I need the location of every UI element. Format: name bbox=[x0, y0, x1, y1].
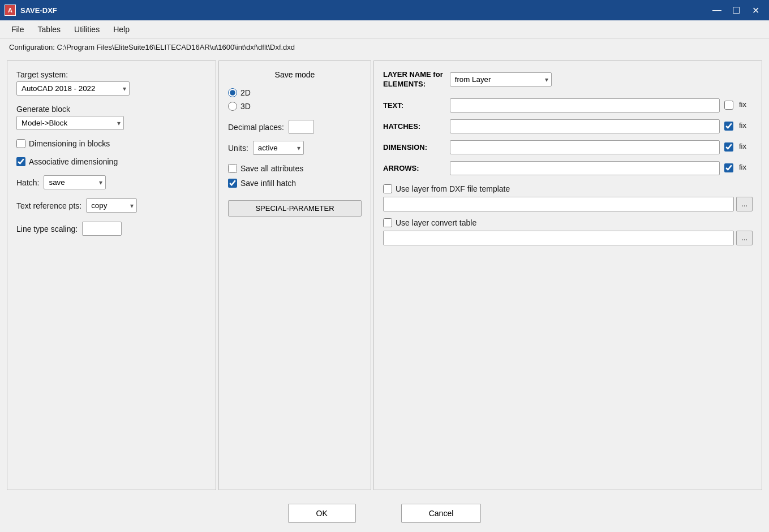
hatches-element-row: HATCHES: HATCH fix bbox=[383, 119, 753, 133]
arrows-fix-wrapper: fix bbox=[724, 163, 753, 174]
dimensioning-in-blocks-group: Dimensioning in blocks bbox=[16, 139, 207, 148]
layer-name-label-line2: ELEMENTS: bbox=[383, 80, 426, 88]
layer-name-label-line1: LAYER NAME for bbox=[383, 70, 443, 79]
line-type-label: Line type scaling: bbox=[16, 224, 78, 233]
layer-convert-group: Use layer convert table ... bbox=[383, 218, 753, 245]
bottom-bar: OK Cancel bbox=[0, 495, 769, 532]
ok-button[interactable]: OK bbox=[288, 504, 356, 523]
cancel-button[interactable]: Cancel bbox=[401, 504, 482, 523]
radio-3d[interactable] bbox=[228, 102, 237, 111]
dimensioning-in-blocks-checkbox[interactable] bbox=[16, 139, 25, 148]
layer-name-row: LAYER NAME for ELEMENTS: from Layer from… bbox=[383, 70, 753, 89]
config-bar: Configuration: C:\Program Files\EliteSui… bbox=[0, 38, 769, 56]
text-ref-select-wrapper: copy center none bbox=[86, 198, 137, 213]
close-button[interactable]: ✕ bbox=[746, 2, 764, 18]
right-panel: LAYER NAME for ELEMENTS: from Layer from… bbox=[373, 60, 762, 490]
special-parameter-button[interactable]: SPECIAL-PARAMETER bbox=[228, 200, 362, 217]
menu-utilities[interactable]: Utilities bbox=[67, 23, 106, 36]
text-fix-checkbox[interactable] bbox=[724, 101, 733, 110]
use-layer-convert-checkbox[interactable] bbox=[383, 218, 392, 227]
layer-convert-input[interactable] bbox=[383, 231, 734, 245]
radio-2d[interactable] bbox=[228, 88, 237, 97]
layer-template-input[interactable] bbox=[383, 197, 734, 211]
dimensioning-in-blocks-row: Dimensioning in blocks bbox=[16, 139, 207, 148]
arrows-element-label: ARROWS: bbox=[383, 164, 445, 172]
config-path: Configuration: C:\Program Files\EliteSui… bbox=[9, 43, 295, 51]
text-element-input[interactable]: AS ELEMENTS bbox=[450, 98, 720, 113]
title-bar: A SAVE-DXF — ☐ ✕ bbox=[0, 0, 769, 20]
save-infill-hatch-label: Save infill hatch bbox=[240, 179, 296, 188]
save-all-attributes-checkbox[interactable] bbox=[228, 164, 237, 173]
window-title: SAVE-DXF bbox=[20, 6, 708, 15]
units-select[interactable]: active mm cm m inch bbox=[253, 141, 304, 155]
layer-template-group: Use layer from DXF file template ... bbox=[383, 184, 753, 211]
layer-convert-browse-button[interactable]: ... bbox=[736, 231, 753, 245]
text-ref-group: Text reference pts: copy center none bbox=[16, 198, 207, 213]
generate-block-select[interactable]: Model->Block Paper->Block None bbox=[16, 116, 124, 130]
menu-bar: File Tables Utilities Help bbox=[0, 20, 769, 38]
layer-template-input-row: ... bbox=[383, 197, 753, 211]
text-element-label: TEXT: bbox=[383, 101, 445, 110]
hatch-select[interactable]: save convert ignore bbox=[44, 175, 106, 189]
use-layer-template-label: Use layer from DXF file template bbox=[396, 184, 510, 193]
dimensioning-in-blocks-label: Dimensioning in blocks bbox=[29, 139, 110, 148]
use-layer-template-checkbox[interactable] bbox=[383, 184, 392, 193]
save-mode-title: Save mode bbox=[228, 70, 362, 79]
radio-3d-label: 3D bbox=[240, 102, 251, 111]
save-infill-hatch-checkbox[interactable] bbox=[228, 179, 237, 188]
generate-block-group: Generate block Model->Block Paper->Block… bbox=[16, 105, 207, 130]
text-fix-wrapper: fix bbox=[724, 100, 753, 111]
main-content: Target system: AutoCAD 2018 - 2022 AutoC… bbox=[0, 56, 769, 495]
maximize-button[interactable]: ☐ bbox=[727, 2, 745, 18]
middle-panel: Save mode 2D 3D Decimal places: 6 Units:… bbox=[218, 60, 371, 490]
arrows-fix-checkbox[interactable] bbox=[724, 163, 733, 172]
radio-group: 2D 3D bbox=[228, 88, 362, 111]
radio-2d-label: 2D bbox=[240, 88, 251, 97]
text-fix-label: fix bbox=[739, 100, 746, 109]
app-icon: A bbox=[5, 5, 16, 16]
menu-tables[interactable]: Tables bbox=[31, 23, 67, 36]
decimal-places-input[interactable]: 6 bbox=[289, 120, 314, 134]
target-system-group: Target system: AutoCAD 2018 - 2022 AutoC… bbox=[16, 70, 207, 96]
associative-dimensioning-group: Associative dimensioning bbox=[16, 157, 207, 166]
arrows-element-row: ARROWS: DIMENSION fix bbox=[383, 161, 753, 175]
save-infill-hatch-row: Save infill hatch bbox=[228, 179, 362, 188]
target-system-select[interactable]: AutoCAD 2018 - 2022 AutoCAD 2013 - 2017 … bbox=[16, 81, 130, 96]
dimension-element-input[interactable]: DIMENSION bbox=[450, 140, 720, 154]
save-all-attributes-label: Save all attributes bbox=[240, 164, 303, 173]
dimension-element-label: DIMENSION: bbox=[383, 143, 445, 152]
layer-template-browse-button[interactable]: ... bbox=[736, 197, 753, 211]
arrows-fix-label: fix bbox=[739, 163, 746, 171]
layer-convert-input-row: ... bbox=[383, 231, 753, 245]
generate-block-select-wrapper: Model->Block Paper->Block None bbox=[16, 116, 124, 130]
hatch-select-wrapper: save convert ignore bbox=[44, 175, 106, 189]
decimal-places-label: Decimal places: bbox=[228, 123, 284, 132]
use-layer-convert-label: Use layer convert table bbox=[396, 218, 476, 227]
layer-name-dropdown-wrapper: from Layer from Pen from Color fixed bbox=[450, 72, 552, 86]
minimize-button[interactable]: — bbox=[708, 2, 726, 18]
line-type-input[interactable]: 1.00 bbox=[82, 222, 122, 236]
dimension-element-row: DIMENSION: DIMENSION fix bbox=[383, 140, 753, 154]
radio-3d-row: 3D bbox=[228, 102, 362, 111]
save-all-attributes-row: Save all attributes bbox=[228, 164, 362, 173]
menu-file[interactable]: File bbox=[5, 23, 31, 36]
hatches-element-label: HATCHES: bbox=[383, 122, 445, 131]
hatches-element-input[interactable]: HATCH bbox=[450, 119, 720, 133]
associative-dimensioning-checkbox[interactable] bbox=[16, 157, 25, 166]
layer-template-checkbox-row: Use layer from DXF file template bbox=[383, 184, 753, 193]
hatch-label: Hatch: bbox=[16, 178, 39, 187]
target-system-select-wrapper: AutoCAD 2018 - 2022 AutoCAD 2013 - 2017 … bbox=[16, 81, 130, 96]
text-ref-select[interactable]: copy center none bbox=[86, 198, 137, 213]
radio-2d-row: 2D bbox=[228, 88, 362, 97]
target-system-label: Target system: bbox=[16, 70, 207, 79]
hatches-fix-label: fix bbox=[739, 121, 746, 129]
decimal-places-row: Decimal places: 6 bbox=[228, 120, 362, 134]
associative-dimensioning-label: Associative dimensioning bbox=[29, 157, 118, 166]
arrows-element-input[interactable]: DIMENSION bbox=[450, 161, 720, 175]
layer-name-dropdown[interactable]: from Layer from Pen from Color fixed bbox=[450, 72, 552, 86]
hatches-fix-checkbox[interactable] bbox=[724, 122, 733, 131]
menu-help[interactable]: Help bbox=[106, 23, 136, 36]
left-panel: Target system: AutoCAD 2018 - 2022 AutoC… bbox=[7, 60, 216, 490]
dimension-fix-checkbox[interactable] bbox=[724, 142, 733, 152]
hatch-group: Hatch: save convert ignore bbox=[16, 175, 207, 189]
